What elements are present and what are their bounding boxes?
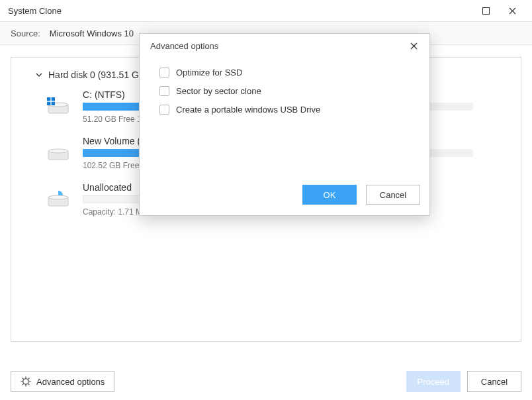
gear-icon: [21, 376, 31, 387]
dialog-cancel-button[interactable]: Cancel: [366, 185, 420, 205]
option-label: Optimize for SSD: [176, 68, 242, 77]
svg-point-9: [23, 379, 28, 384]
hdd-win-icon: [47, 96, 69, 116]
maximize-button[interactable]: [472, 0, 499, 21]
option-label: Create a portable windows USB Drive: [176, 105, 320, 115]
svg-rect-0: [482, 7, 489, 14]
cancel-button[interactable]: Cancel: [467, 371, 521, 392]
svg-line-17: [22, 384, 24, 385]
hdd-icon: [47, 142, 69, 162]
chevron-down-icon: [35, 71, 43, 79]
titlebar: System Clone: [0, 0, 532, 21]
checkbox-icon: [159, 105, 169, 115]
svg-point-6: [48, 149, 68, 153]
svg-line-16: [28, 378, 30, 379]
dialog-titlebar: Advanced options: [140, 34, 429, 58]
dialog-title: Advanced options: [150, 41, 218, 51]
proceed-button[interactable]: Proceed: [406, 371, 461, 392]
unallocated-icon: [47, 189, 69, 209]
checkbox-icon: [159, 68, 169, 77]
svg-point-8: [48, 195, 68, 199]
option-label: Sector by sector clone: [176, 86, 261, 96]
window-title: System Clone: [8, 6, 62, 16]
dialog-ok-button[interactable]: OK: [302, 185, 357, 205]
maximize-icon: [482, 7, 490, 15]
source-label: Source:: [11, 28, 40, 38]
svg-line-15: [28, 384, 30, 385]
source-value: Microsoft Windows 10: [50, 28, 134, 38]
option-optimize-ssd[interactable]: Optimize for SSD: [159, 63, 414, 81]
close-icon: [509, 7, 516, 15]
checkbox-icon: [159, 86, 169, 96]
advanced-options-label: Advanced options: [36, 377, 105, 387]
advanced-options-button[interactable]: Advanced options: [11, 371, 114, 392]
advanced-options-dialog: Advanced options Optimize for SSD Sector…: [139, 33, 430, 216]
svg-line-14: [22, 378, 24, 379]
disk-header-label: Hard disk 0 (931.51 GB): [48, 70, 148, 80]
close-icon: [410, 42, 418, 50]
close-button[interactable]: [499, 0, 525, 21]
option-sector-by-sector[interactable]: Sector by sector clone: [159, 81, 414, 100]
dialog-close-button[interactable]: [404, 36, 423, 55]
footer: Advanced options Proceed Cancel: [0, 363, 532, 400]
option-portable-usb[interactable]: Create a portable windows USB Drive: [159, 100, 414, 119]
